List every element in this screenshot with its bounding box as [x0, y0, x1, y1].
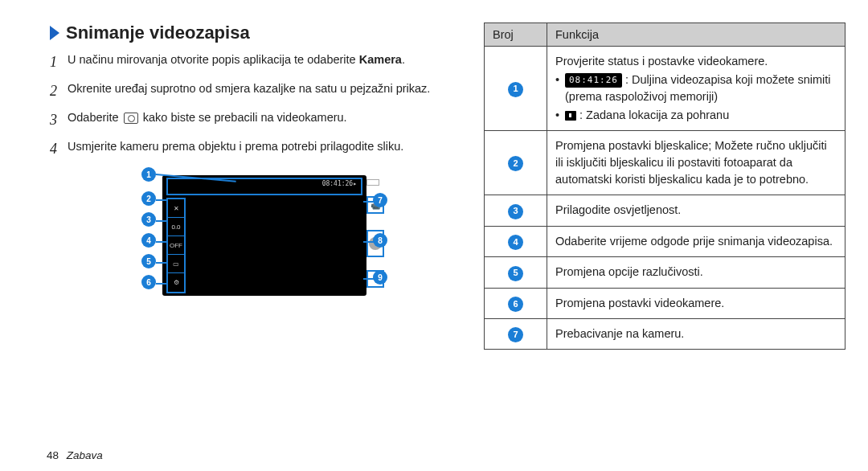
- flash-off-icon: ✕: [168, 199, 184, 218]
- table-row: 2 Promjena postavki bljeskalice; Možete …: [485, 131, 845, 195]
- table-row: 1 Provjerite status i postavke videokame…: [485, 47, 845, 131]
- viewfinder-diagram: 08:41:26▸ ✕ 0.0 OFF ▭ ⚙ 📹 1 2 3 4 5 6 7 …: [138, 167, 387, 312]
- viewfinder-time: 08:41:26▸: [322, 180, 357, 187]
- table-row: 5 Promjena opcije razlučivosti.: [485, 257, 845, 288]
- storage-icon: [565, 111, 576, 121]
- th-function: Funkcija: [547, 23, 845, 47]
- row-bullet: 08:41:26 : Duljina videozapisa koji može…: [555, 72, 837, 105]
- row-num: 6: [508, 297, 523, 312]
- row-text: Promjena opcije razlučivosti.: [547, 257, 845, 288]
- row-num: 7: [508, 327, 523, 342]
- callout-4: 4: [141, 233, 156, 248]
- section-title-text: Snimanje videozapisa: [66, 23, 250, 43]
- callout-3: 3: [141, 212, 156, 227]
- table-row: 4 Odaberite vrijeme odgode prije snimanj…: [485, 226, 845, 256]
- table-row: 6 Promjena postavki videokamere.: [485, 288, 845, 318]
- row-num: 2: [508, 156, 523, 171]
- row-text: Prebacivanje na kameru.: [547, 318, 845, 349]
- row-text: Promjena postavki videokamere.: [547, 288, 845, 318]
- chevron-icon: [50, 26, 59, 40]
- row-text: Odaberite vrijeme odgode prije snimanja …: [547, 226, 845, 256]
- time-pill-icon: 08:41:26: [565, 73, 622, 88]
- callout-9: 9: [373, 270, 387, 285]
- exposure-icon: 0.0: [168, 218, 184, 236]
- row-text: Prilagodite osvjetljenost.: [547, 195, 845, 226]
- table-row: 7 Prebacivanje na kameru.: [485, 318, 845, 349]
- section-name: Zabava: [67, 449, 103, 461]
- callout-6: 6: [141, 275, 156, 289]
- callout-2: 2: [141, 191, 156, 206]
- row-num: 3: [508, 204, 523, 219]
- step-num: 3: [50, 109, 68, 130]
- resolution-icon: ▭: [168, 255, 184, 273]
- timer-off-icon: OFF: [168, 236, 184, 255]
- gear-icon: ⚙: [168, 273, 184, 292]
- th-number: Broj: [485, 23, 547, 47]
- callout-1: 1: [141, 167, 156, 182]
- row-num: 1: [508, 82, 523, 97]
- camera-icon: [124, 113, 138, 124]
- viewfinder-left-icons: ✕ 0.0 OFF ▭ ⚙: [166, 198, 186, 293]
- battery-icon: [366, 179, 379, 186]
- row-lead: Provjerite status i postavke videokamere…: [555, 53, 837, 70]
- step-num: 1: [50, 51, 68, 72]
- function-table: Broj Funkcija 1 Provjerite status i post…: [484, 23, 845, 350]
- steps-list: 1 U načinu mirovanja otvorite popis apli…: [50, 51, 436, 159]
- table-row: 3 Prilagodite osvjetljenost.: [485, 195, 845, 226]
- row-bullet: : Zadana lokacija za pohranu: [555, 107, 837, 124]
- page-footer: 48 Zabava: [47, 449, 103, 461]
- row-num: 4: [508, 235, 523, 250]
- step-num: 2: [50, 80, 68, 101]
- step-text: Okrenite uređaj suprotno od smjera kazal…: [68, 80, 436, 97]
- step-text: Odaberite kako biste se prebacili na vid…: [68, 109, 436, 126]
- step-text: U načinu mirovanja otvorite popis aplika…: [68, 51, 436, 68]
- row-text: Promjena postavki bljeskalice; Možete ru…: [547, 131, 845, 195]
- callout-5: 5: [141, 254, 156, 268]
- page-number: 48: [47, 449, 59, 461]
- callout-8: 8: [373, 233, 387, 248]
- step-text: Usmjerite kameru prema objektu i prema p…: [68, 138, 436, 155]
- section-title: Snimanje videozapisa: [50, 23, 436, 43]
- row-num: 5: [508, 266, 523, 281]
- step-num: 4: [50, 138, 68, 159]
- callout-7: 7: [373, 193, 387, 207]
